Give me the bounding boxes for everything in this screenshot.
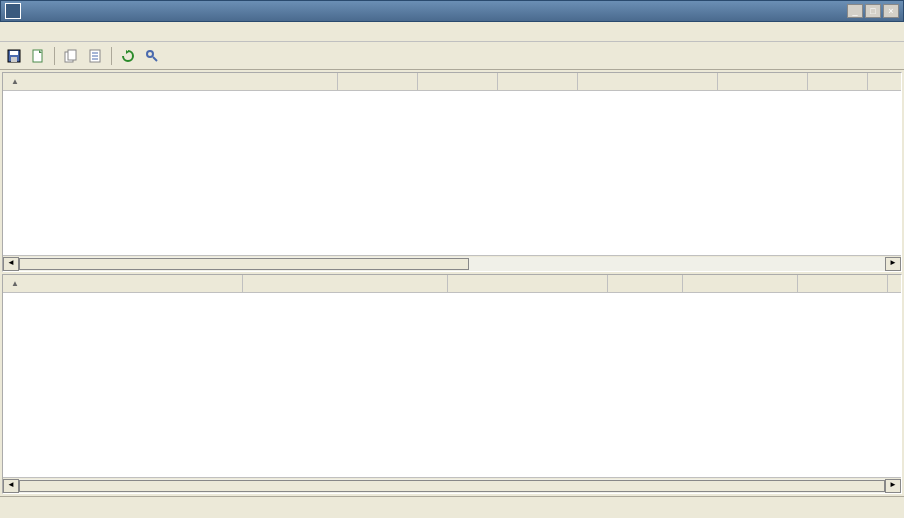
column-user-entries[interactable] — [418, 73, 498, 90]
scroll-thumb[interactable] — [19, 480, 885, 492]
toolbar-separator — [54, 47, 55, 65]
scroll-left-button[interactable]: ◄ — [3, 479, 19, 493]
menu-bar — [0, 22, 904, 42]
copy-icon[interactable] — [61, 46, 81, 66]
horizontal-scrollbar[interactable]: ◄ ► — [3, 477, 901, 493]
menu-file[interactable] — [4, 30, 20, 34]
file-list-body[interactable] — [3, 91, 901, 255]
column-missing-file[interactable] — [808, 73, 868, 90]
status-bar — [0, 496, 904, 516]
scroll-thumb[interactable] — [19, 258, 469, 270]
svg-line-11 — [153, 57, 157, 61]
save-icon[interactable] — [4, 46, 24, 66]
menu-view[interactable] — [36, 30, 52, 34]
toolbar-separator — [111, 47, 112, 65]
file-list-header: ▲ — [3, 73, 901, 91]
column-control[interactable] — [608, 275, 683, 292]
maximize-button[interactable]: □ — [865, 4, 881, 18]
column-system-entries[interactable] — [338, 73, 418, 90]
column-last-registered[interactable] — [578, 73, 718, 90]
menu-options[interactable] — [52, 30, 68, 34]
title-bar: _ □ × — [0, 0, 904, 22]
refresh-icon[interactable] — [118, 46, 138, 66]
class-list-panel: ▲ ◄ ► — [2, 274, 902, 494]
scroll-track[interactable] — [19, 479, 885, 493]
close-button[interactable]: × — [883, 4, 899, 18]
file-list-panel: ▲ ◄ ► — [2, 72, 902, 272]
app-icon — [5, 3, 21, 19]
minimize-button[interactable]: _ — [847, 4, 863, 18]
properties-icon[interactable] — [85, 46, 105, 66]
column-version[interactable] — [683, 275, 798, 292]
column-name[interactable] — [243, 275, 448, 292]
class-list-body[interactable] — [3, 293, 901, 477]
column-control-entries[interactable] — [498, 73, 578, 90]
svg-point-10 — [147, 51, 153, 57]
svg-rect-5 — [68, 50, 76, 60]
column-threading-model[interactable] — [798, 275, 888, 292]
column-progid[interactable] — [448, 275, 608, 292]
scroll-track[interactable] — [19, 257, 885, 271]
menu-help[interactable] — [68, 30, 84, 34]
scroll-left-button[interactable]: ◄ — [3, 257, 19, 271]
column-filename[interactable]: ▲ — [3, 73, 338, 90]
horizontal-scrollbar[interactable]: ◄ ► — [3, 255, 901, 271]
column-class-id[interactable]: ▲ — [3, 275, 243, 292]
find-icon[interactable] — [142, 46, 162, 66]
svg-rect-1 — [10, 51, 18, 55]
scroll-right-button[interactable]: ► — [885, 257, 901, 271]
new-icon[interactable] — [28, 46, 48, 66]
class-list-header: ▲ — [3, 275, 901, 293]
toolbar — [0, 42, 904, 70]
svg-rect-2 — [11, 57, 17, 62]
column-net-version[interactable] — [718, 73, 808, 90]
scroll-right-button[interactable]: ► — [885, 479, 901, 493]
menu-edit[interactable] — [20, 30, 36, 34]
